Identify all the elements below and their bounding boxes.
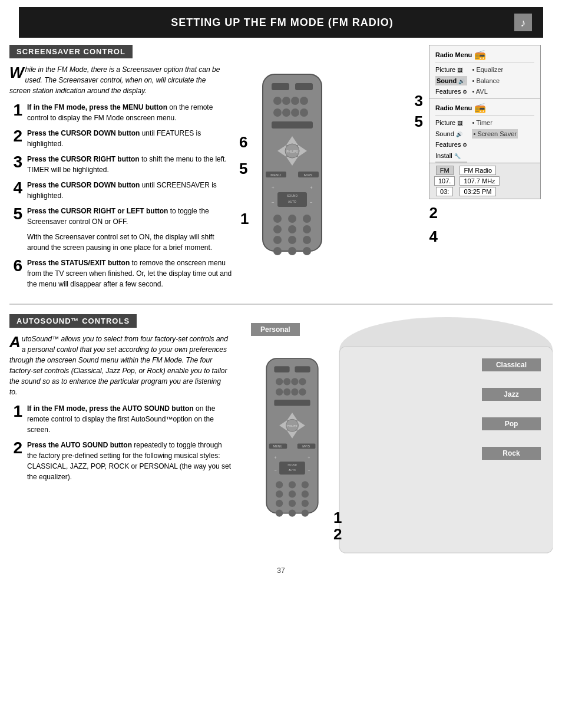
menu1-picture: Picture 🖼 bbox=[435, 65, 467, 75]
svg-point-75 bbox=[289, 481, 296, 488]
menu1-header: Radio Menu 📻 bbox=[435, 49, 534, 62]
menu1-avl: • AVL bbox=[472, 87, 513, 97]
fm-label: FM bbox=[436, 166, 454, 175]
step-1-bold: If in the FM mode, press the MENU button bbox=[27, 103, 167, 111]
autosound-step-2-bold: Press the AUTO SOUND button bbox=[27, 441, 132, 449]
step-2-number: 2 bbox=[9, 128, 22, 144]
svg-text:MENU: MENU bbox=[273, 444, 283, 448]
autosound-heading-wrapper: AutoSound™ Controls bbox=[9, 314, 233, 334]
svg-point-5 bbox=[273, 97, 282, 105]
pop-sound-label: Pop bbox=[482, 417, 541, 430]
step-3-content: Press the CURSOR RIGHT button to shift t… bbox=[27, 154, 233, 175]
screensaver-heading-text: Screensaver Control bbox=[9, 45, 133, 58]
svg-rect-46 bbox=[274, 366, 289, 373]
autosound-dropcap: A bbox=[9, 336, 21, 348]
svg-rect-4 bbox=[295, 83, 313, 90]
step-1: 1 If in the FM mode, press the MENU butt… bbox=[9, 102, 233, 123]
svg-text:AUTO: AUTO bbox=[288, 200, 296, 203]
screensaver-dropcap: W bbox=[9, 67, 24, 79]
menu1-equalizer: • Equalizer bbox=[472, 65, 513, 75]
menu2-timer: • Timer bbox=[472, 118, 518, 128]
fm-display-box: FM 107. 03: FM Radio 107.7 MHz 03:25 PM bbox=[429, 163, 541, 199]
diag-num-4: 4 bbox=[429, 228, 438, 246]
screensaver-note: With the Screensaver control set to ON, … bbox=[27, 232, 233, 253]
autosound-step-2-content: Press the AUTO SOUND button repeatedly t… bbox=[27, 440, 233, 482]
fm-time-partial: 03: bbox=[436, 187, 453, 196]
svg-point-80 bbox=[276, 500, 283, 507]
step-5-bold: Press the CURSOR RIGHT or LEFT button bbox=[27, 207, 168, 215]
diag-num-5a: 5 bbox=[415, 113, 423, 131]
svg-point-78 bbox=[289, 490, 296, 498]
step-2: 2 Press the CURSOR DOWN button until FEA… bbox=[9, 128, 233, 149]
step-4-bold: Press the CURSOR DOWN button bbox=[27, 181, 140, 189]
autosound-remote-diagram: PHILIPS MENU MV/S + − + − SOUND AUTO bbox=[251, 344, 333, 540]
svg-point-12 bbox=[300, 108, 308, 117]
svg-point-82 bbox=[302, 500, 309, 507]
svg-point-40 bbox=[273, 247, 282, 255]
menu2-sound: Sound 🔊 bbox=[435, 129, 467, 139]
step-4: 4 Press the CURSOR DOWN button until SCR… bbox=[9, 180, 233, 201]
step-3: 3 Press the CURSOR RIGHT button to shift… bbox=[9, 154, 233, 175]
menu2-install: Install 🔧 bbox=[435, 151, 467, 161]
step-4-number: 4 bbox=[9, 180, 22, 196]
svg-text:−: − bbox=[310, 200, 313, 205]
step-6-content: Press the STATUS/EXIT button to remove t… bbox=[27, 258, 233, 289]
step-1-content: If in the FM mode, press the MENU button… bbox=[27, 102, 233, 123]
svg-point-83 bbox=[276, 509, 283, 516]
svg-point-34 bbox=[273, 225, 282, 233]
svg-text:SOUND: SOUND bbox=[287, 463, 297, 466]
svg-point-11 bbox=[291, 108, 299, 117]
autosound-diagram-area: Personal bbox=[239, 314, 553, 562]
menu2-picture: Picture 🖼 bbox=[435, 118, 467, 128]
svg-point-38 bbox=[288, 236, 296, 244]
svg-point-9 bbox=[273, 108, 282, 117]
screensaver-steps: 1 If in the FM mode, press the MENU butt… bbox=[9, 102, 233, 227]
menu2-header: Radio Menu 📻 bbox=[435, 102, 534, 116]
svg-text:MV/S: MV/S bbox=[304, 173, 313, 177]
autosound-diag-num-1: 1 bbox=[333, 509, 342, 527]
svg-point-53 bbox=[283, 388, 290, 396]
svg-point-10 bbox=[282, 108, 290, 117]
autosound-step-1-bold: If in the FM mode, press the AUTO SOUND … bbox=[27, 404, 194, 413]
svg-point-76 bbox=[302, 481, 309, 488]
step-3-bold: Press the CURSOR RIGHT button bbox=[27, 155, 140, 163]
svg-text:SOUND: SOUND bbox=[287, 194, 297, 197]
step-6-bold: Press the STATUS/EXIT button bbox=[27, 259, 130, 267]
autosound-intro-text: utoSound™ allows you to select from four… bbox=[9, 335, 228, 396]
page-number: 37 bbox=[9, 562, 553, 579]
title-prefix: Setting up the bbox=[171, 17, 270, 28]
svg-point-37 bbox=[273, 236, 282, 244]
svg-point-8 bbox=[300, 97, 308, 105]
menu2-features: Features ⚙ bbox=[435, 140, 467, 150]
screensaver-section: Screensaver Control While in the FM Mode… bbox=[9, 45, 553, 294]
autosound-diag-num-2: 2 bbox=[333, 525, 342, 543]
step-6-number: 6 bbox=[9, 258, 22, 274]
svg-text:MV/S: MV/S bbox=[302, 444, 310, 448]
svg-point-31 bbox=[273, 215, 282, 223]
personal-sound-label: Personal bbox=[251, 323, 300, 336]
svg-point-36 bbox=[303, 225, 311, 233]
svg-text:−: − bbox=[272, 200, 275, 205]
svg-rect-13 bbox=[272, 121, 313, 129]
svg-point-55 bbox=[299, 388, 306, 396]
jazz-sound-label: Jazz bbox=[482, 388, 541, 401]
step-2-bold: Press the CURSOR DOWN button bbox=[27, 129, 140, 137]
svg-point-49 bbox=[283, 378, 290, 385]
title-bold: FM Mode bbox=[270, 17, 325, 28]
svg-text:AUTO: AUTO bbox=[289, 469, 296, 472]
svg-point-81 bbox=[289, 500, 296, 507]
menu2-screensaver: • Screen Saver bbox=[472, 129, 518, 139]
svg-point-51 bbox=[299, 378, 306, 385]
personal-label-wrapper: Personal bbox=[251, 323, 300, 336]
music-icon: ♪ bbox=[513, 12, 534, 33]
svg-text:+: + bbox=[274, 456, 276, 460]
sound-options-list: Classical Jazz Pop Rock bbox=[482, 358, 541, 460]
remote-control-diagram: PHILIPS MENU MV/S + − + − SOUND AUTO bbox=[245, 68, 339, 271]
svg-text:+: + bbox=[272, 185, 275, 190]
svg-point-39 bbox=[303, 236, 311, 244]
svg-point-85 bbox=[302, 509, 309, 516]
screensaver-intro: While in the FM Mode, there is a Screens… bbox=[9, 64, 233, 96]
svg-point-50 bbox=[291, 378, 298, 385]
step-4-content: Press the CURSOR DOWN button until SCREE… bbox=[27, 180, 233, 201]
rock-sound-label: Rock bbox=[482, 447, 541, 460]
